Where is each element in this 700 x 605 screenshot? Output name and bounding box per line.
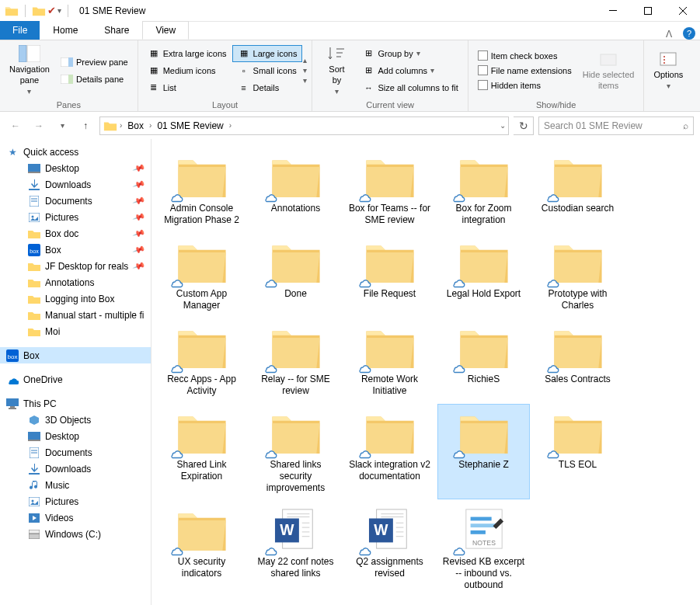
size-columns-button[interactable]: ↔Size all columns to fit bbox=[357, 80, 462, 96]
tree-item[interactable]: Pictures 📌 bbox=[0, 209, 151, 225]
up-button[interactable]: ↑ bbox=[76, 116, 95, 135]
close-button[interactable] bbox=[665, 0, 700, 22]
navigation-pane-button[interactable]: Navigation pane ▾ bbox=[5, 43, 54, 97]
scroll-down-icon[interactable]: ▾ bbox=[303, 66, 307, 75]
file-extensions-toggle[interactable]: File name extensions bbox=[473, 64, 576, 77]
qat-properties-icon[interactable]: ✔ bbox=[47, 5, 56, 16]
address-field[interactable]: › Box › 01 SME Review › ⌄ bbox=[99, 116, 509, 135]
qat-new-folder-icon[interactable] bbox=[32, 5, 46, 17]
chevron-right-icon[interactable]: › bbox=[147, 121, 154, 130]
file-item[interactable]: Done bbox=[250, 234, 341, 316]
layout-extra-large[interactable]: ▦Extra large icons bbox=[143, 46, 232, 61]
file-item[interactable]: Stephanie Z bbox=[438, 405, 529, 499]
chevron-right-icon[interactable]: › bbox=[227, 121, 234, 130]
tree-item[interactable]: Documents bbox=[0, 444, 151, 461]
tree-item[interactable]: Moi bbox=[0, 323, 151, 339]
file-item[interactable]: Shared links security improvements bbox=[250, 405, 341, 499]
tree-item[interactable]: Annotations bbox=[0, 274, 151, 290]
qat-customize-dropdown[interactable]: ▾ bbox=[57, 6, 61, 15]
tree-item[interactable]: Manual start - multiple fi bbox=[0, 307, 151, 323]
forward-button[interactable]: → bbox=[30, 116, 48, 135]
file-item[interactable]: Remote Work Initiative bbox=[344, 319, 435, 402]
sort-by-button[interactable]: Sort by ▾ bbox=[317, 43, 356, 97]
file-item[interactable]: Admin Console Migration Phase 2 bbox=[156, 148, 247, 231]
tree-item[interactable]: Downloads 📌 bbox=[0, 176, 151, 193]
group-by-button[interactable]: ⊞Group by▾ bbox=[357, 46, 462, 61]
details-pane-button[interactable]: Details pane bbox=[56, 71, 133, 87]
tab-view[interactable]: View bbox=[142, 21, 189, 40]
tree-onedrive[interactable]: OneDrive bbox=[0, 371, 151, 388]
file-item[interactable]: Prototype with Charles bbox=[532, 234, 623, 316]
breadcrumb-segment[interactable]: 01 SME Review bbox=[154, 117, 226, 134]
tree-item[interactable]: 3D Objects bbox=[0, 412, 151, 428]
tree-item[interactable]: Music bbox=[0, 477, 151, 493]
tree-item[interactable]: box Box 📌 bbox=[0, 242, 151, 258]
preview-pane-button[interactable]: Preview pane bbox=[56, 54, 133, 70]
tree-quick-access[interactable]: ★ Quick access bbox=[0, 144, 151, 160]
file-list[interactable]: Admin Console Migration Phase 2 Annotati… bbox=[151, 139, 700, 605]
tree-item[interactable]: Windows (C:) bbox=[0, 526, 151, 542]
file-item[interactable]: May 22 conf notes shared links bbox=[250, 502, 341, 596]
file-item[interactable]: File Request bbox=[344, 234, 435, 316]
chevron-right-icon[interactable]: › bbox=[117, 121, 124, 130]
add-columns-button[interactable]: ⊞Add columns▾ bbox=[357, 63, 462, 78]
tree-item[interactable]: Logging into Box bbox=[0, 290, 151, 307]
tree-box[interactable]: box Box bbox=[0, 347, 151, 363]
folder-icon bbox=[548, 238, 608, 285]
tree-item[interactable]: Desktop bbox=[0, 428, 151, 444]
file-item[interactable]: Annotations bbox=[250, 148, 341, 231]
svg-rect-13 bbox=[28, 164, 40, 172]
address-history-dropdown[interactable]: ⌄ bbox=[497, 121, 508, 130]
layout-medium[interactable]: ▦Medium icons bbox=[143, 63, 232, 78]
item-check-boxes-toggle[interactable]: Item check boxes bbox=[473, 49, 576, 62]
file-item[interactable]: Revised KB excerpt -- inbound vs. outbou… bbox=[438, 502, 529, 596]
tree-item[interactable]: Videos bbox=[0, 509, 151, 526]
hide-selected-button[interactable]: Hide selected items bbox=[578, 48, 639, 92]
file-item[interactable]: Custom App Manager bbox=[156, 234, 247, 316]
scroll-up-icon[interactable]: ▴ bbox=[303, 56, 307, 64]
tree-item[interactable]: Box doc 📌 bbox=[0, 225, 151, 242]
layout-large[interactable]: ▦Large icons bbox=[233, 46, 302, 61]
file-item[interactable]: Box for Zoom integration bbox=[438, 148, 529, 231]
search-field[interactable]: Search 01 SME Review ⌕ bbox=[538, 116, 694, 135]
tree-this-pc[interactable]: This PC bbox=[0, 395, 151, 412]
file-item[interactable]: UX security indicators bbox=[156, 502, 247, 596]
file-item[interactable]: Box for Teams -- for SME review bbox=[344, 148, 435, 231]
folder-icon bbox=[360, 153, 420, 200]
file-label: Annotations bbox=[271, 203, 320, 214]
expand-gallery-icon[interactable]: ▾ bbox=[303, 76, 307, 85]
navigation-tree[interactable]: ★ Quick access Desktop 📌 Downloads 📌 Doc… bbox=[0, 139, 151, 605]
file-item[interactable]: Legal Hold Export bbox=[438, 234, 529, 316]
tab-share[interactable]: Share bbox=[91, 21, 142, 40]
recent-locations-dropdown[interactable]: ▾ bbox=[53, 116, 71, 135]
file-item[interactable]: Sales Contracts bbox=[532, 319, 623, 402]
qat-folder-icon[interactable] bbox=[5, 5, 19, 17]
file-item[interactable]: Slack integration v2 documentation bbox=[344, 405, 435, 499]
hidden-items-toggle[interactable]: Hidden items bbox=[473, 78, 576, 92]
tree-item[interactable]: JF Desktop for reals 📌 bbox=[0, 258, 151, 274]
layout-list[interactable]: ≣List bbox=[143, 80, 232, 96]
refresh-button[interactable]: ↻ bbox=[514, 116, 534, 135]
tree-item[interactable]: Downloads bbox=[0, 461, 151, 477]
help-icon[interactable]: ? bbox=[683, 27, 695, 40]
maximize-button[interactable] bbox=[630, 0, 665, 22]
tab-file[interactable]: File bbox=[0, 21, 40, 40]
tree-item[interactable]: Documents 📌 bbox=[0, 193, 151, 209]
file-item[interactable]: Shared Link Expiration bbox=[156, 405, 247, 499]
file-item[interactable]: Relay -- for SME review bbox=[250, 319, 341, 402]
file-item[interactable]: Q2 assignments revised bbox=[344, 502, 435, 596]
options-button[interactable]: Options ▾ bbox=[649, 48, 688, 92]
file-item[interactable]: Custodian search bbox=[532, 148, 623, 231]
file-item[interactable]: TLS EOL bbox=[532, 405, 623, 499]
file-item[interactable]: Recc Apps - App Activity bbox=[156, 319, 247, 402]
tree-item[interactable]: Pictures bbox=[0, 493, 151, 509]
breadcrumb-segment[interactable]: Box bbox=[124, 117, 147, 134]
back-button[interactable]: ← bbox=[6, 116, 25, 135]
file-item[interactable]: RichieS bbox=[438, 319, 529, 402]
ribbon-collapse-button[interactable]: ᐱ bbox=[658, 29, 680, 40]
tab-home[interactable]: Home bbox=[40, 21, 91, 40]
layout-details[interactable]: ≡Details bbox=[233, 80, 302, 96]
minimize-button[interactable] bbox=[595, 0, 630, 22]
tree-item[interactable]: Desktop 📌 bbox=[0, 160, 151, 176]
layout-small[interactable]: ▫Small icons bbox=[233, 63, 302, 78]
